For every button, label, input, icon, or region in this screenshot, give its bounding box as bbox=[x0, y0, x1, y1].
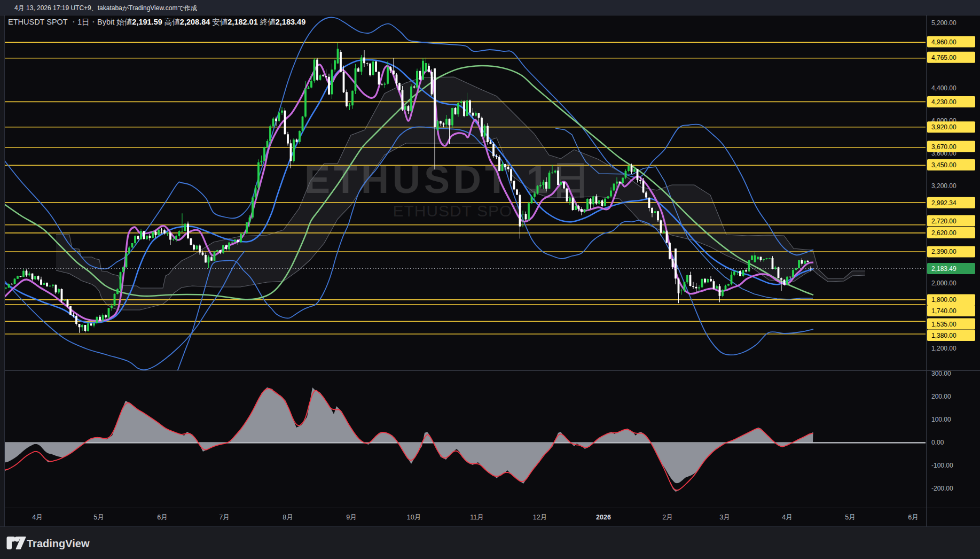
svg-text:1,535.00: 1,535.00 bbox=[931, 321, 957, 328]
svg-text:11月: 11月 bbox=[470, 514, 483, 521]
svg-text:-200.00: -200.00 bbox=[931, 485, 953, 492]
svg-text:200.00: 200.00 bbox=[931, 393, 951, 400]
svg-text:5月: 5月 bbox=[93, 514, 104, 521]
svg-text:6月: 6月 bbox=[157, 514, 167, 521]
svg-text:4,400.00: 4,400.00 bbox=[931, 84, 957, 92]
svg-text:2,000.00: 2,000.00 bbox=[931, 280, 957, 287]
svg-text:12月: 12月 bbox=[533, 514, 547, 521]
svg-text:4,230.00: 4,230.00 bbox=[931, 98, 957, 106]
svg-text:1,740.00: 1,740.00 bbox=[931, 307, 957, 315]
svg-text:1,800.00: 1,800.00 bbox=[931, 296, 957, 304]
svg-text:100.00: 100.00 bbox=[931, 416, 951, 423]
svg-text:4,765.00: 4,765.00 bbox=[931, 54, 957, 61]
svg-text:3月: 3月 bbox=[719, 514, 730, 521]
svg-text:10月: 10月 bbox=[407, 514, 421, 521]
svg-text:2,720.00: 2,720.00 bbox=[931, 218, 957, 225]
svg-text:ETHUSDT SPOT: ETHUSDT SPOT bbox=[393, 202, 522, 220]
svg-text:0.00: 0.00 bbox=[931, 439, 944, 446]
svg-text:ETHUSDT SPOT ・1日・Bybit 始値2,1: ETHUSDT SPOT ・1日・Bybit 始値2,191.59 高値2,20… bbox=[8, 18, 305, 26]
svg-text:5月: 5月 bbox=[845, 514, 855, 521]
svg-text:1,200.00: 1,200.00 bbox=[931, 345, 957, 352]
svg-text:7月: 7月 bbox=[219, 514, 229, 521]
svg-text:5,200.00: 5,200.00 bbox=[931, 19, 957, 27]
svg-text:1,380.00: 1,380.00 bbox=[931, 332, 957, 339]
svg-text:2,992.34: 2,992.34 bbox=[931, 199, 957, 207]
svg-text:300.00: 300.00 bbox=[931, 370, 951, 377]
svg-text:8月: 8月 bbox=[283, 514, 293, 521]
svg-text:2,183.49: 2,183.49 bbox=[931, 265, 957, 273]
svg-text:2,620.00: 2,620.00 bbox=[931, 229, 957, 237]
svg-text:4月: 4月 bbox=[782, 514, 792, 521]
svg-text:-100.00: -100.00 bbox=[931, 462, 953, 469]
svg-text:2,390.00: 2,390.00 bbox=[931, 248, 957, 255]
svg-text:9月: 9月 bbox=[346, 514, 356, 521]
svg-text:2026: 2026 bbox=[596, 514, 611, 521]
svg-text:2月: 2月 bbox=[662, 514, 672, 521]
svg-text:6月: 6月 bbox=[908, 514, 918, 521]
svg-text:TradingView: TradingView bbox=[27, 538, 90, 549]
svg-text:4月 13, 2026 17:19 UTC+9、takata: 4月 13, 2026 17:19 UTC+9、takatabaがTrading… bbox=[14, 4, 197, 12]
svg-text:4月: 4月 bbox=[32, 514, 42, 521]
svg-text:4,960.00: 4,960.00 bbox=[931, 38, 957, 46]
svg-text:3,200.00: 3,200.00 bbox=[931, 182, 957, 190]
svg-text:3,670.00: 3,670.00 bbox=[931, 143, 957, 151]
svg-text:3,920.00: 3,920.00 bbox=[931, 123, 957, 131]
svg-text:3,450.00: 3,450.00 bbox=[931, 161, 957, 169]
